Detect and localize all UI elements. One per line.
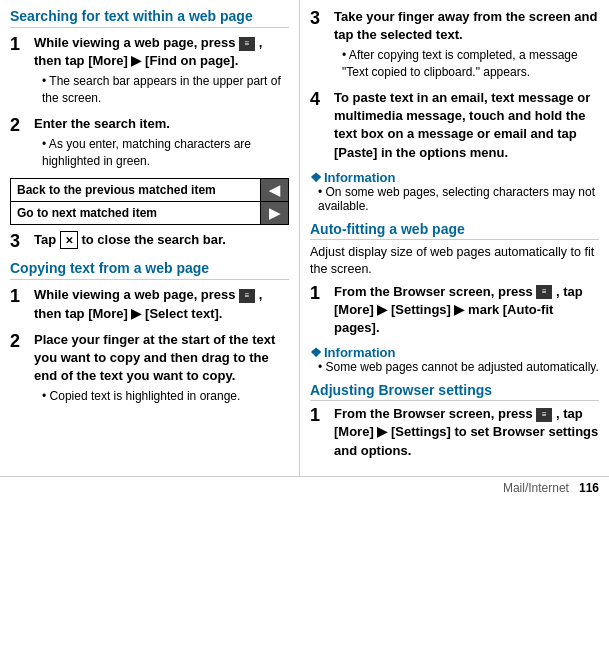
- page-number: 116: [579, 481, 599, 495]
- footer-label: Mail/Internet: [503, 481, 569, 495]
- adjust-step-1-content: From the Browser screen, press ≡ , tap […: [334, 405, 599, 460]
- info-text-1: • On some web pages, selecting character…: [318, 185, 599, 213]
- adjust-section-title: Adjusting Browser settings: [310, 382, 599, 401]
- copy-step-1-text: While viewing a web page, press ≡ , then…: [34, 286, 289, 322]
- info-text-2: • Some web pages cannot be adjusted auto…: [318, 360, 599, 374]
- step-1-number: 1: [10, 34, 28, 56]
- copy-section-title: Copying text from a web page: [10, 260, 289, 280]
- step-3-close: 3 Tap ✕ to close the search bar.: [10, 231, 289, 253]
- right-column: 3 Take your finger away from the screen …: [300, 0, 609, 476]
- autofit-description: Adjust display size of web pages automat…: [310, 244, 599, 279]
- left-column: Searching for text within a web page 1 W…: [0, 0, 300, 476]
- right-step-3-sub: • After copying text is completed, a mes…: [342, 47, 599, 81]
- copy-step-2-content: Place your finger at the start of the te…: [34, 331, 289, 405]
- step-3-number: 3: [10, 231, 28, 253]
- step-1-text: While viewing a web page, press ≡ , then…: [34, 34, 289, 70]
- step-2: 2 Enter the search item. • As you enter,…: [10, 115, 289, 170]
- close-icon: ✕: [60, 231, 78, 249]
- step-1: 1 While viewing a web page, press ≡ , th…: [10, 34, 289, 107]
- right-step-4: 4 To paste text in an email, text messag…: [310, 89, 599, 162]
- autofit-step-1-text: From the Browser screen, press ≡ , tap […: [334, 283, 599, 338]
- adjust-step-1-number: 1: [310, 405, 328, 427]
- adjust-step-1: 1 From the Browser screen, press ≡ , tap…: [310, 405, 599, 460]
- step-3-text: Tap ✕ to close the search bar.: [34, 231, 289, 250]
- right-step-3: 3 Take your finger away from the screen …: [310, 8, 599, 81]
- autofit-step-1-number: 1: [310, 283, 328, 305]
- autofit-step-1-content: From the Browser screen, press ≡ , tap […: [334, 283, 599, 338]
- step-2-number: 2: [10, 115, 28, 137]
- search-navigation-table: Back to the previous matched item ◀ Go t…: [10, 178, 289, 225]
- right-step-3-number: 3: [310, 8, 328, 30]
- copy-step-2-sub: • Copied text is highlighted in orange.: [42, 388, 289, 405]
- info-block-1: Information • On some web pages, selecti…: [310, 170, 599, 213]
- info-title-1: Information: [310, 170, 599, 185]
- next-item-label: Go to next matched item: [11, 201, 261, 224]
- info-block-2: Information • Some web pages cannot be a…: [310, 345, 599, 374]
- step-2-text: Enter the search item.: [34, 115, 289, 133]
- page-container: Searching for text within a web page 1 W…: [0, 0, 609, 476]
- next-item-arrow[interactable]: ▶: [261, 201, 289, 224]
- adjust-step-1-text: From the Browser screen, press ≡ , tap […: [334, 405, 599, 460]
- autofit-step-1: 1 From the Browser screen, press ≡ , tap…: [310, 283, 599, 338]
- step-1-content: While viewing a web page, press ≡ , then…: [34, 34, 289, 107]
- copy-step-2-text: Place your finger at the start of the te…: [34, 331, 289, 386]
- copy-step-2: 2 Place your finger at the start of the …: [10, 331, 289, 405]
- right-step-4-text: To paste text in an email, text message …: [334, 89, 599, 162]
- table-row: Back to the previous matched item ◀: [11, 178, 289, 201]
- autofit-section-title: Auto-fitting a web page: [310, 221, 599, 240]
- right-step-3-text: Take your finger away from the screen an…: [334, 8, 599, 44]
- right-step-4-number: 4: [310, 89, 328, 111]
- step-1-sub: • The search bar appears in the upper pa…: [42, 73, 289, 107]
- step-3-content: Tap ✕ to close the search bar.: [34, 231, 289, 250]
- table-row: Go to next matched item ▶: [11, 201, 289, 224]
- right-step-4-content: To paste text in an email, text message …: [334, 89, 599, 162]
- copy-step-1: 1 While viewing a web page, press ≡ , th…: [10, 286, 289, 322]
- prev-item-arrow[interactable]: ◀: [261, 178, 289, 201]
- menu-icon-2: ≡: [239, 289, 255, 303]
- step-2-sub: • As you enter, matching characters are …: [42, 136, 289, 170]
- footer: Mail/Internet 116: [0, 476, 609, 499]
- menu-icon-4: ≡: [536, 408, 552, 422]
- info-title-2: Information: [310, 345, 599, 360]
- copy-step-1-content: While viewing a web page, press ≡ , then…: [34, 286, 289, 322]
- copy-step-2-number: 2: [10, 331, 28, 353]
- menu-icon-1: ≡: [239, 37, 255, 51]
- copy-step-1-number: 1: [10, 286, 28, 308]
- main-title: Searching for text within a web page: [10, 8, 289, 28]
- step-2-content: Enter the search item. • As you enter, m…: [34, 115, 289, 170]
- right-step-3-content: Take your finger away from the screen an…: [334, 8, 599, 81]
- menu-icon-3: ≡: [536, 285, 552, 299]
- prev-item-label: Back to the previous matched item: [11, 178, 261, 201]
